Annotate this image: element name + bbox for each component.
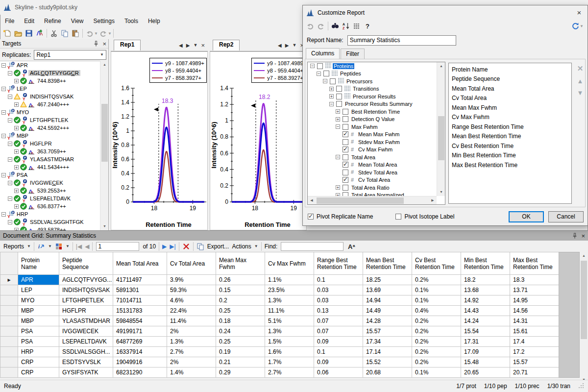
table-cell[interactable]: 0.09 xyxy=(314,337,363,347)
field-checkbox[interactable] xyxy=(343,162,348,168)
column-header[interactable]: Peptide Sequence xyxy=(59,252,113,275)
table-cell[interactable]: 0.06 xyxy=(314,368,363,378)
field-checkbox[interactable] xyxy=(343,116,348,122)
field-checkbox[interactable] xyxy=(343,109,348,115)
table-cell[interactable]: 2% xyxy=(167,326,216,337)
table-cell[interactable]: 0.1% xyxy=(412,368,461,378)
import-results-button[interactable] xyxy=(34,28,45,39)
expand-icon[interactable]: + xyxy=(14,204,19,209)
target-tree-item[interactable]: +441.5434+++ xyxy=(0,163,100,171)
table-cell[interactable]: 15.61 xyxy=(510,326,559,337)
collapse-icon[interactable]: − xyxy=(329,102,334,106)
table-cell[interactable]: SSDLVALSGGH... xyxy=(59,347,113,357)
table-cell[interactable]: AGLCQTFVYGG... xyxy=(59,275,113,285)
collapse-icon[interactable]: − xyxy=(1,63,6,68)
preview-report-button[interactable] xyxy=(351,21,362,31)
collapse-icon[interactable]: − xyxy=(336,155,340,159)
prev-page-icon[interactable]: ◀ xyxy=(83,243,91,250)
table-cell[interactable]: 0.21 xyxy=(216,357,265,368)
table-cell[interactable]: ESDTSYVSLK xyxy=(59,357,113,368)
table-cell[interactable]: MYO xyxy=(18,295,59,306)
find-input[interactable] xyxy=(281,242,343,251)
collapse-icon[interactable]: − xyxy=(1,212,6,217)
collapse-icon[interactable]: − xyxy=(8,196,12,201)
table-cell[interactable]: 71014711 xyxy=(113,295,167,306)
field-checkbox[interactable] xyxy=(323,71,329,76)
collapse-icon[interactable]: − xyxy=(1,173,6,177)
table-cell[interactable]: 0.1% xyxy=(412,295,461,306)
scroll-down-icon[interactable]: ▼ xyxy=(100,222,109,230)
table-cell[interactable]: 0.2% xyxy=(412,357,461,368)
save-button[interactable] xyxy=(24,28,34,39)
table-cell[interactable]: LSEPAELTDAVK xyxy=(59,337,113,347)
column-header[interactable]: Protein Name xyxy=(18,252,59,275)
scrollbar-thumb[interactable] xyxy=(438,116,444,160)
table-cell[interactable]: 0.25 xyxy=(216,337,265,347)
row-selector[interactable] xyxy=(0,337,18,347)
collapse-icon[interactable]: − xyxy=(8,220,12,224)
table-cell[interactable]: 2% xyxy=(167,357,216,368)
report-field-item[interactable]: #Stdev Total Area xyxy=(308,169,437,176)
table-cell[interactable]: 1.3% xyxy=(167,337,216,347)
report-field-item[interactable]: #Mean Max Fwhm xyxy=(308,131,437,139)
row-selector[interactable] xyxy=(0,368,18,378)
target-tree-item[interactable]: +493.5878++ xyxy=(0,226,100,230)
scrollbar-thumb[interactable] xyxy=(101,104,108,162)
table-cell[interactable]: 0.1 xyxy=(314,275,363,285)
page-number-input[interactable] xyxy=(96,242,139,251)
table-cell[interactable]: APR xyxy=(18,275,59,285)
collapse-icon[interactable]: − xyxy=(317,72,321,76)
refresh-button[interactable] xyxy=(570,21,581,31)
scroll-up-icon[interactable]: ▲ xyxy=(437,62,445,70)
target-tree-item[interactable]: −PYLSEPAELTDAVK xyxy=(0,195,100,202)
collapse-icon[interactable]: − xyxy=(1,110,6,115)
chevron-down-icon[interactable]: ▼ xyxy=(47,244,53,248)
scrollbar-thumb[interactable] xyxy=(581,261,587,339)
next-chart-icon[interactable]: ▶ xyxy=(285,43,289,48)
close-icon[interactable]: × xyxy=(102,40,106,48)
row-selector[interactable] xyxy=(0,285,18,295)
expand-icon[interactable]: + xyxy=(336,117,340,122)
table-cell[interactable]: 18.25 xyxy=(363,275,412,285)
table-cell[interactable]: 20.71 xyxy=(510,368,559,378)
redo-button[interactable] xyxy=(98,28,109,39)
report-field-item[interactable]: −Peptides xyxy=(308,70,437,78)
table-cell[interactable]: 0.07 xyxy=(314,326,363,337)
table-cell[interactable]: 15.54 xyxy=(461,326,510,337)
table-row[interactable]: MBPHGFLPR1513178322.4%0.2511.1%0.1314.49… xyxy=(0,306,559,316)
chevron-down-icon[interactable]: ▼ xyxy=(292,43,296,48)
ok-button[interactable]: OK xyxy=(509,211,544,222)
tree-hscrollbar[interactable]: ◀ ▶ xyxy=(308,196,437,204)
report-field-item[interactable]: +Transitions xyxy=(308,85,437,93)
target-tree-item[interactable]: +539.2553++ xyxy=(0,187,100,195)
menu-edit[interactable]: Edit xyxy=(19,16,39,26)
copy-icon[interactable] xyxy=(195,241,206,252)
prev-chart-icon[interactable]: ◀ xyxy=(278,43,282,48)
table-cell[interactable]: 17.34 xyxy=(363,337,412,347)
chevron-down-icon[interactable]: ▼ xyxy=(98,52,106,57)
chart-area[interactable]: 00.20.40.60.811.21.41819Retention TimeIn… xyxy=(210,51,307,230)
replicates-dropdown[interactable]: Rep1 ▼ xyxy=(34,50,106,60)
table-cell[interactable]: 0.2 xyxy=(216,295,265,306)
collapse-icon[interactable]: − xyxy=(1,134,6,138)
target-tree-item[interactable]: +363.7059++ xyxy=(0,147,100,155)
table-cell[interactable]: 23.5% xyxy=(265,285,314,295)
target-tree-item[interactable]: −PYAGLCQTFVYGGCR xyxy=(0,69,100,77)
field-checkbox[interactable] xyxy=(317,63,323,69)
table-cell[interactable]: 14.92 xyxy=(461,295,510,306)
table-cell[interactable]: 17.31 xyxy=(461,337,510,347)
table-row[interactable]: MYOLFTGHPETLEK710147114.6%0.21.3%0.0314.… xyxy=(0,295,559,306)
table-row[interactable]: ▶APRAGLCQTFVYGG...417114973.9%0.261.1%0.… xyxy=(0,275,559,285)
table-cell[interactable]: 64877269 xyxy=(113,337,167,347)
redo-button[interactable] xyxy=(316,21,326,31)
table-cell[interactable]: 0.09 xyxy=(314,357,363,368)
checkbox-checked-icon[interactable] xyxy=(308,214,314,220)
field-checkbox[interactable] xyxy=(343,185,348,191)
selected-column-item[interactable]: Range Best Retention Time xyxy=(449,122,571,132)
chevron-down-icon[interactable]: ▼ xyxy=(108,31,112,36)
report-field-item[interactable]: −Max Fwhm xyxy=(308,123,437,131)
expand-icon[interactable]: + xyxy=(336,109,340,114)
table-cell[interactable]: 18.3 xyxy=(510,275,559,285)
table-cell[interactable]: 0.19 xyxy=(216,347,265,357)
field-checkbox[interactable] xyxy=(336,94,342,99)
